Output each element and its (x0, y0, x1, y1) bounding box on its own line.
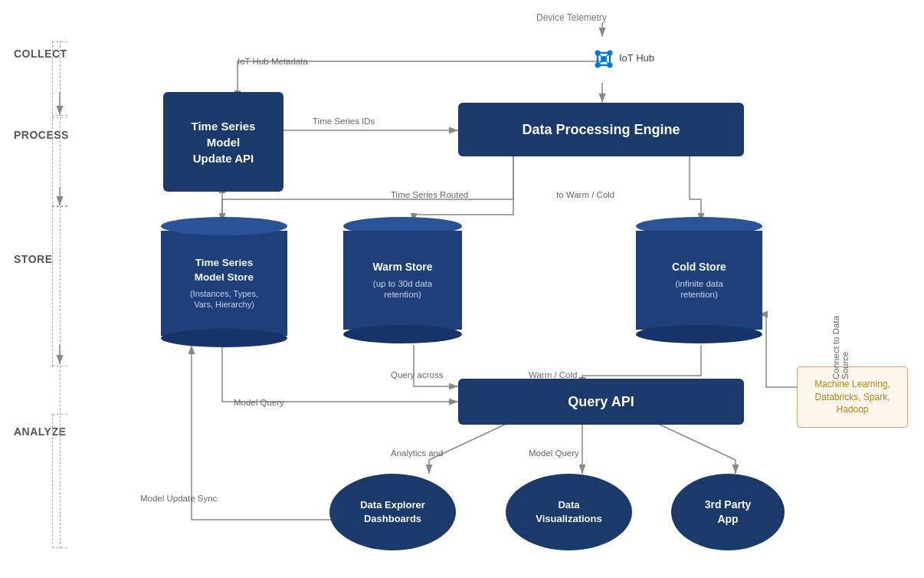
iot-hub-label: IoT Hub (619, 52, 654, 64)
connect-to-data-source-label: Connect to Data Source (831, 303, 850, 379)
data-visualizations-ellipse: Data Visualizations (506, 474, 632, 550)
annotation-analytics-and: Analytics and (391, 448, 443, 458)
annotation-model-query: Model Query (234, 398, 284, 407)
connectors-svg (0, 0, 924, 578)
query-api-box: Query API (458, 379, 744, 425)
warm-store-cylinder: Warm Store (up to 30d dataretention) (343, 217, 462, 343)
annotation-model-update-sync: Model Update Sync (140, 494, 217, 503)
annotation-iot-hub-metadata: IoT Hub Metadata (238, 57, 308, 66)
time-series-update-api-box: Time Series Model Update API (163, 92, 283, 192)
annotation-time-series-routed: Time Series Routed (391, 190, 468, 199)
diagram-container: COLLECT PROCESS STORE ANALYZE (0, 0, 924, 578)
cold-store-cylinder: Cold Store (infinite dataretention) (636, 217, 762, 343)
annotation-time-series-ids: Time Series IDs (313, 117, 375, 126)
annotation-to-warm-cold: to Warm / Cold (556, 190, 614, 199)
data-processing-engine-box: Data Processing Engine (458, 103, 744, 156)
annotation-model-query-2: Model Query (529, 448, 579, 458)
vertical-connector (60, 41, 61, 548)
stage-store: STORE (14, 253, 52, 265)
ml-external-box: Machine Learning, Databricks, Spark, Had… (797, 366, 908, 428)
annotation-query-across: Query across (391, 370, 443, 379)
third-party-app-ellipse: 3rd Party App (671, 474, 785, 550)
device-telemetry-label: Device Telemetry (536, 12, 607, 23)
time-series-model-store-cylinder: Time SeriesModel Store (Instances, Types… (161, 217, 287, 347)
data-explorer-ellipse: Data Explorer Dashboards (329, 474, 456, 550)
annotation-warm-cold: Warm / Cold (529, 370, 577, 379)
